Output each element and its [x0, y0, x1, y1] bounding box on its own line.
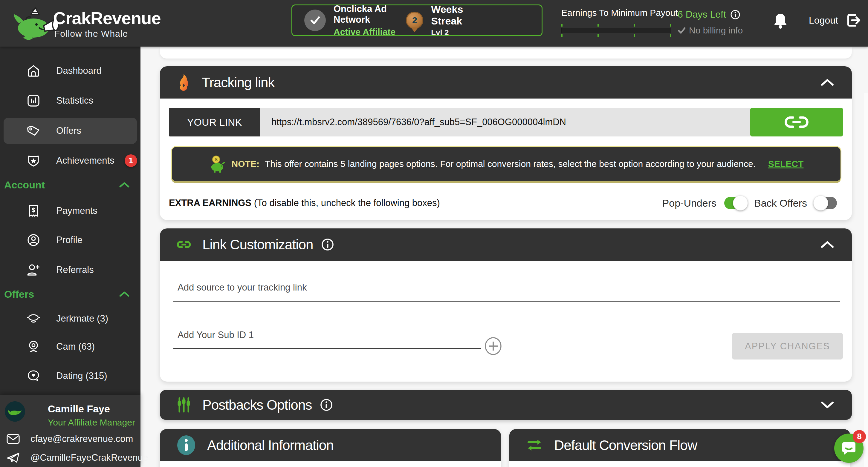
- days-left-text: 6 Days Left: [678, 9, 726, 20]
- link-customization-header[interactable]: Link Customization: [160, 228, 852, 261]
- add-sub-id-button[interactable]: [484, 337, 502, 355]
- previous-card-bottom: [160, 47, 852, 59]
- affiliate-manager-panel: Camille Faye Your Affiliate Manager cfay…: [0, 395, 141, 467]
- shield-star-icon: [26, 154, 41, 168]
- sidebar-item-offers[interactable]: Offers: [4, 118, 137, 144]
- sidebar-item-cam[interactable]: Cam (63): [0, 334, 141, 360]
- sidebar-item-referrals[interactable]: Referrals: [0, 257, 141, 283]
- sidebar-item-jerkmate[interactable]: Jerkmate (3): [0, 305, 141, 332]
- profile-icon: [26, 233, 41, 247]
- manager-name: Camille Faye: [48, 403, 110, 415]
- sidebar-section-offers[interactable]: Offers: [0, 286, 141, 302]
- payout-label: Earnings To Minimum Payout: [561, 8, 673, 18]
- postbacks-options-header[interactable]: Postbacks Options: [160, 390, 852, 420]
- manager-avatar: [5, 401, 25, 422]
- chevron-up-icon[interactable]: [819, 78, 835, 87]
- default-conversion-flow-card: Default Conversion Flow: [509, 429, 850, 467]
- sidebar-section-account[interactable]: Account: [0, 177, 141, 193]
- extra-earnings-label: EXTRA EARNINGS: [169, 198, 251, 208]
- link-customization-card: Link Customization APPLY CHANGES: [160, 228, 852, 381]
- sidebar-item-dashboard[interactable]: Dashboard: [0, 58, 141, 84]
- source-input[interactable]: [173, 282, 840, 302]
- tracking-link-card: Tracking link YOUR LINK https://t.mbsrv2…: [160, 66, 852, 220]
- statistics-icon: [26, 94, 41, 107]
- chevron-up-icon: [118, 291, 130, 298]
- crakrevenue-logo[interactable]: CrakRevenue Follow the Whale: [10, 2, 161, 44]
- card-title: Additional Information: [207, 437, 334, 453]
- affiliate-status: Active Affiliate: [334, 27, 406, 37]
- check-circle-icon: [304, 9, 326, 31]
- info-icon[interactable]: [321, 238, 334, 251]
- card-title: Tracking link: [202, 74, 274, 91]
- sidebar-item-achievements[interactable]: Achievements 1: [0, 147, 141, 174]
- live-chat-button[interactable]: 8: [834, 434, 864, 463]
- affiliate-status-badge[interactable]: Onclicka Ad Network Active Affiliate 2 W…: [291, 4, 542, 36]
- popunders-label: Pop-Unders: [662, 197, 716, 209]
- flame-icon: [177, 73, 190, 91]
- info-icon[interactable]: [320, 398, 333, 411]
- manager-role: Your Affiliate Manager: [48, 418, 135, 428]
- swap-arrows-icon: [526, 438, 543, 453]
- chat-bubble-icon: [841, 440, 857, 456]
- chevron-down-icon[interactable]: [819, 400, 835, 409]
- sidebar-item-dating[interactable]: Dating (315): [0, 363, 141, 389]
- chat-heart-icon: [26, 369, 41, 383]
- sliders-icon: [177, 397, 191, 413]
- copy-link-button[interactable]: [750, 108, 843, 136]
- achievements-badge: 1: [125, 154, 137, 167]
- streak-title: Weeks Streak: [431, 4, 477, 27]
- email-icon: [7, 434, 20, 444]
- payout-progress: Earnings To Minimum Payout: [561, 8, 673, 36]
- additional-information-card: Additional Information: [160, 429, 501, 467]
- logout-button[interactable]: Logout: [809, 12, 862, 29]
- info-circle-icon: [177, 435, 196, 455]
- popunders-toggle[interactable]: [724, 197, 746, 209]
- logout-label: Logout: [809, 15, 838, 26]
- tracking-link-header[interactable]: Tracking link: [160, 66, 852, 99]
- apply-changes-button[interactable]: APPLY CHANGES: [732, 333, 843, 360]
- network-name: Onclicka Ad Network: [334, 4, 406, 25]
- check-icon: [678, 26, 686, 35]
- backoffers-toggle[interactable]: [815, 197, 837, 209]
- logout-icon: [845, 12, 862, 29]
- notifications-bell-icon[interactable]: [773, 12, 788, 29]
- info-icon[interactable]: [730, 9, 740, 20]
- sidebar-nav: Dashboard Statistics Offers Achievements…: [0, 46, 141, 467]
- scrollbar[interactable]: [864, 93, 868, 467]
- piggy-bank-icon: $: [209, 155, 226, 173]
- tracking-url[interactable]: https://t.mbsrv2.com/389569/7636/0?aff_s…: [260, 108, 750, 136]
- telegram-icon: [7, 452, 20, 463]
- payout-progress-bar: [561, 25, 673, 36]
- receipt-dollar-icon: $: [26, 204, 41, 218]
- default-conversion-flow-header[interactable]: Default Conversion Flow: [509, 429, 850, 461]
- note-text: This offer contains 5 landing pages opti…: [265, 159, 755, 169]
- logo-tagline: Follow the Whale: [54, 29, 161, 39]
- your-link-label: YOUR LINK: [169, 108, 260, 136]
- select-landing-link[interactable]: SELECT: [768, 159, 803, 169]
- note-label: NOTE:: [231, 159, 259, 169]
- chevron-up-icon: [118, 181, 130, 189]
- webcam-icon: [26, 340, 41, 354]
- manager-email[interactable]: cfaye@crakrevenue.com: [7, 434, 133, 444]
- chat-unread-badge: 8: [853, 430, 866, 443]
- sidebar-item-profile[interactable]: Profile: [0, 227, 141, 253]
- svg-text:$: $: [215, 157, 218, 162]
- sidebar-item-payments[interactable]: $ Payments: [0, 198, 141, 224]
- billing-info-text: No billing info: [689, 25, 743, 36]
- extra-earnings-hint: [251, 198, 254, 208]
- home-icon: [26, 64, 41, 78]
- landing-pages-note: $ NOTE: This offer contains 5 landing pa…: [171, 146, 841, 183]
- card-title: Default Conversion Flow: [554, 437, 697, 453]
- top-header: CrakRevenue Follow the Whale Onclicka Ad…: [0, 0, 868, 46]
- sub-id-input[interactable]: [173, 330, 481, 349]
- tag-icon: [26, 124, 41, 138]
- svg-text:$: $: [32, 207, 35, 213]
- streak-medal-icon: 2: [406, 12, 423, 29]
- mask-icon: [26, 313, 41, 325]
- sidebar-item-statistics[interactable]: Statistics: [0, 88, 141, 114]
- card-title: Postbacks Options: [203, 397, 312, 413]
- chevron-up-icon[interactable]: [819, 240, 835, 249]
- manager-telegram[interactable]: @CamilleFayeCrakRevenue: [7, 452, 148, 463]
- additional-information-header[interactable]: Additional Information: [160, 429, 501, 461]
- main-content: Tracking link YOUR LINK https://t.mbsrv2…: [141, 46, 868, 467]
